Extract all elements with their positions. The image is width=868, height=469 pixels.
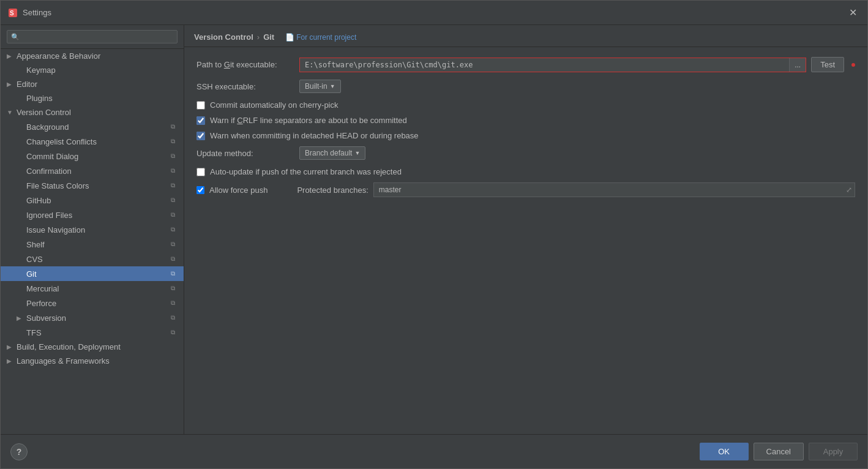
sidebar-item-version-control[interactable]: ▼ Version Control [1,105,184,119]
footer-buttons: OK Cancel Apply [700,443,858,460]
sidebar-item-label: TFS [26,328,42,337]
sidebar-item-languages-frameworks[interactable]: ▶ Languages & Frameworks [1,354,184,368]
sidebar-item-file-status-colors[interactable]: File Status Colors ⧉ [1,178,184,193]
allow-force-row: Allow force push Protected branches: mas… [196,182,855,197]
search-input-wrap[interactable]: 🔍 [7,30,178,43]
ok-button[interactable]: OK [700,443,749,460]
sidebar-item-label: Issue Navigation [26,225,85,234]
ssh-dropdown[interactable]: Built-in ▼ [299,80,341,93]
ssh-value: Built-in [305,82,327,91]
arrow-icon: ▶ [7,358,14,364]
for-project-link[interactable]: 📄 For current project [285,33,356,42]
app-icon: S [8,8,18,18]
sidebar-item-shelf[interactable]: Shelf ⧉ [1,237,184,252]
page-icon: ⧉ [168,195,178,205]
git-path-browse-button[interactable]: ... [789,58,806,72]
auto-cherry-pick-row: Commit automatically on cherry-pick [196,100,855,110]
content-header: Version Control › Git 📄 For current proj… [184,25,867,47]
protected-branches-input-wrap: master ⤢ [373,182,855,197]
sidebar-item-cvs[interactable]: CVS ⧉ [1,252,184,266]
sidebar-item-label: Build, Execution, Deployment [17,342,121,351]
search-input[interactable] [22,32,173,41]
sidebar-item-label: Appearance & Behavior [17,51,100,61]
git-path-input[interactable]: E:\software\profession\Git\cmd\git.exe [300,58,789,72]
sidebar-item-label: Shelf [26,240,45,249]
sidebar-item-tfs[interactable]: TFS ⧉ [1,325,184,340]
crlf-underline: C [237,116,242,125]
sidebar-item-label: Background [26,122,69,132]
page-icon: ⧉ [168,225,178,234]
sidebar-item-label: Editor [17,80,37,89]
git-test-button[interactable]: Test [811,57,844,72]
git-path-input-wrap: E:\software\profession\Git\cmd\git.exe .… [299,58,806,72]
page-icon: ⧉ [168,151,178,161]
cancel-button[interactable]: Cancel [754,443,804,460]
git-path-row: Path to Git executable: E:\software\prof… [196,57,855,72]
auto-cherry-pick-label: Commit automatically on cherry-pick [210,100,339,110]
auto-update-label: Auto-update if push of the current branc… [210,167,402,176]
nav-tree: ▶ Appearance & Behavior Keymap ▶ Editor … [1,49,184,434]
warn-crlf-row: Warn if CRLF line separators are about t… [196,116,855,125]
page-icon: ⧉ [168,313,178,323]
warn-crlf-checkbox[interactable] [196,116,205,125]
sidebar-item-label: Plugins [26,94,53,103]
page-icon: ⧉ [168,181,178,190]
breadcrumb-current: Git [263,32,274,42]
sidebar-item-ignored-files[interactable]: Ignored Files ⧉ [1,208,184,222]
page-icon: ⧉ [168,283,178,293]
auto-cherry-pick-checkbox[interactable] [196,101,205,110]
sidebar-item-editor[interactable]: ▶ Editor [1,77,184,91]
sidebar-item-git[interactable]: Git ⧉ [1,266,184,281]
sidebar-item-label: Confirmation [26,167,72,176]
allow-force-checkbox[interactable] [196,186,204,194]
apply-button[interactable]: Apply [809,443,858,460]
arrow-icon: ▼ [7,109,14,116]
sidebar-item-appearance[interactable]: ▶ Appearance & Behavior [1,49,184,63]
sidebar-item-label: Languages & Frameworks [17,356,110,366]
help-button[interactable]: ? [10,443,28,460]
warn-detached-checkbox[interactable] [196,132,205,140]
close-button[interactable]: ✕ [845,6,860,20]
title-bar: S Settings ✕ [1,1,867,25]
sidebar-item-issue-navigation[interactable]: Issue Navigation ⧉ [1,222,184,237]
sidebar-item-plugins[interactable]: Plugins [1,91,184,105]
settings-window: S Settings ✕ 🔍 ▶ Appearance & Behavior [0,0,868,469]
page-icon: ⧉ [168,122,178,132]
auto-update-checkbox[interactable] [196,168,205,176]
sidebar-item-confirmation[interactable]: Confirmation ⧉ [1,163,184,178]
sidebar-item-mercurial[interactable]: Mercurial ⧉ [1,281,184,296]
sidebar-item-perforce[interactable]: Perforce ⧉ [1,296,184,310]
window-title: Settings [23,8,845,17]
sidebar-item-label: Perforce [26,299,56,308]
sidebar-item-label: Version Control [17,108,71,117]
page-icon: ⧉ [168,166,178,176]
sidebar-item-label: Ignored Files [26,211,72,220]
breadcrumb-parent: Version Control [194,32,253,42]
sidebar-item-subversion[interactable]: ▶ Subversion ⧉ [1,310,184,325]
update-method-row: Update method: Branch default ▼ [196,146,855,160]
sidebar-item-label: Git [26,269,37,279]
search-icon: 🔍 [11,33,20,41]
sidebar-item-keymap[interactable]: Keymap [1,63,184,77]
sidebar-item-label: Subversion [26,313,66,323]
sidebar-item-background[interactable]: Background ⧉ [1,119,184,134]
sidebar-item-github[interactable]: GitHub ⧉ [1,193,184,208]
sidebar-item-build-exec-deploy[interactable]: ▶ Build, Execution, Deployment [1,340,184,354]
expand-icon[interactable]: ⤢ [846,186,852,194]
sidebar-item-label: Changelist Conflicts [26,137,97,146]
protected-branches-input[interactable]: master [374,183,855,197]
arrow-icon: ▶ [7,343,14,350]
page-icon: ⧉ [168,210,178,220]
update-method-dropdown[interactable]: Branch default ▼ [299,146,365,160]
protected-branches-label: Protected branches: [297,186,368,195]
sidebar-item-commit-dialog[interactable]: Commit Dialog ⧉ [1,149,184,163]
sidebar-item-label: File Status Colors [26,181,89,190]
page-icon: ⧉ [168,269,178,279]
ssh-row: SSH executable: Built-in ▼ [196,80,855,93]
page-icon: ⧉ [168,239,178,249]
warn-detached-label: Warn when committing in detached HEAD or… [210,131,419,140]
sidebar-item-changelist-conflicts[interactable]: Changelist Conflicts ⧉ [1,134,184,149]
arrow-icon: ▶ [7,81,14,88]
arrow-icon: ▶ [7,53,14,59]
content-area: Version Control › Git 📄 For current proj… [184,25,867,434]
